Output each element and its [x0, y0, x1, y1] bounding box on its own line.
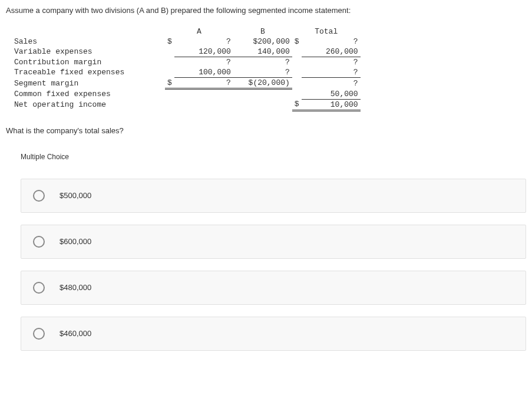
radio-icon: [33, 328, 45, 340]
col-header-b: B: [233, 27, 292, 37]
choice-option[interactable]: $500,000: [21, 179, 526, 213]
col-header-total: Total: [292, 27, 361, 37]
choices-container: $500,000 $600,000 $480,000 $460,000: [21, 179, 526, 351]
radio-icon: [33, 236, 45, 248]
choice-option[interactable]: $480,000: [21, 271, 526, 305]
multiple-choice-label: Multiple Choice: [21, 153, 526, 161]
income-statement-table: A B Total Sales $ ? $200,000 $ ? Variabl…: [12, 27, 361, 111]
choice-label: $600,000: [60, 237, 91, 246]
question-text: What is the company's total sales?: [6, 126, 526, 135]
choice-label: $480,000: [60, 283, 91, 292]
choice-option[interactable]: $600,000: [21, 225, 526, 259]
row-net-operating-income: Net operating income $ 10,000: [12, 99, 361, 110]
row-variable-expenses: Variable expenses 120,000 140,000 260,00…: [12, 47, 361, 57]
row-traceable-fixed: Traceable fixed expenses 100,000 ? ?: [12, 67, 361, 78]
choice-label: $500,000: [60, 191, 91, 200]
row-segment-margin: Segment margin $ ? $(20,000) ?: [12, 78, 361, 89]
row-sales: Sales $ ? $200,000 $ ?: [12, 37, 361, 47]
row-contribution-margin: Contribution margin ? ? ?: [12, 57, 361, 68]
col-header-a: A: [165, 27, 233, 37]
radio-icon: [33, 190, 45, 202]
choice-option[interactable]: $460,000: [21, 317, 526, 351]
row-common-fixed: Common fixed expenses 50,000: [12, 89, 361, 100]
choice-label: $460,000: [60, 329, 91, 338]
intro-text: Assume a company with two divisions (A a…: [6, 6, 526, 15]
radio-icon: [33, 282, 45, 294]
